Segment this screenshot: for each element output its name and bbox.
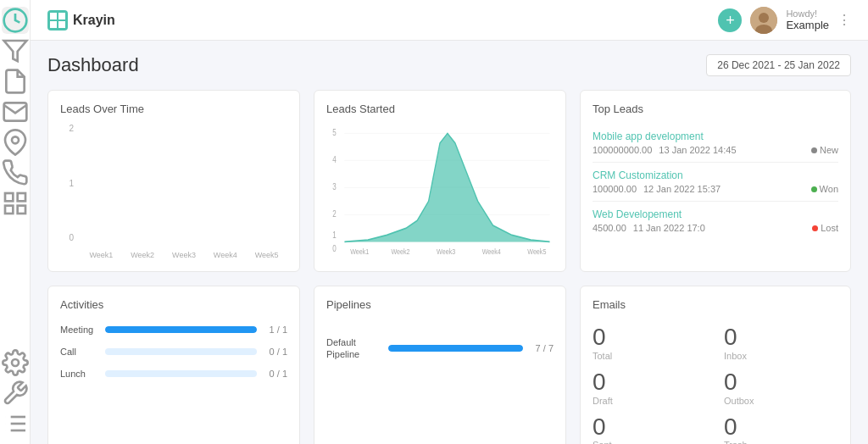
activity-bar-fill-meeting: [105, 326, 257, 333]
top-leads-title: Top Leads: [593, 103, 838, 115]
lead-date-3: 11 Jan 2022 17:0: [633, 223, 705, 233]
emails-title: Emails: [593, 298, 838, 311]
svg-text:Week1: Week1: [350, 247, 369, 256]
logo-icon: [47, 10, 68, 31]
activity-bar-bg-call: [105, 348, 257, 355]
lead-details-3: 4500.00 11 Jan 2022 17:0 Lost: [593, 223, 838, 233]
activity-label-call: Call: [60, 347, 98, 357]
user-greeting: Howdy!: [786, 8, 829, 19]
email-trash-value: 0: [724, 414, 838, 441]
email-inbox-label: Inbox: [724, 351, 838, 361]
status-dot-1: [811, 147, 817, 153]
lead-item-2: CRM Customization 100000.00 12 Jan 2022 …: [593, 163, 838, 202]
activity-bar-bg-lunch: [105, 370, 257, 377]
user-name: Example: [786, 19, 829, 31]
svg-text:4: 4: [332, 155, 336, 164]
leads-started-chart: 5 4 3 2 1 0: [326, 124, 554, 259]
svg-text:5: 5: [332, 128, 336, 137]
main-content: Krayin + Howdy! Example ⋮ Dashboard 26 D…: [31, 0, 868, 444]
lead-item-1: Mobile app development 100000000.00 13 J…: [593, 124, 838, 163]
sidebar-item-tools[interactable]: [2, 380, 29, 407]
pipelines-card: Pipelines Default Pipeline 7 / 7: [314, 286, 566, 444]
activity-item-meeting: Meeting 1 / 1: [60, 325, 287, 335]
app-header: Krayin + Howdy! Example ⋮: [31, 0, 868, 41]
svg-rect-4: [17, 193, 25, 201]
lead-status-label-1: New: [820, 145, 838, 155]
logo: Krayin: [47, 10, 115, 31]
lead-status-1: New: [811, 145, 838, 155]
svg-rect-6: [5, 206, 13, 214]
pipeline-label-default: Default Pipeline: [326, 336, 381, 361]
sidebar-item-grid[interactable]: [2, 190, 29, 217]
sidebar-item-list[interactable]: [2, 410, 29, 437]
page-title: Dashboard: [47, 54, 139, 76]
lead-name-1[interactable]: Mobile app development: [593, 130, 838, 142]
header-left: Krayin: [47, 10, 115, 31]
activity-count-call: 0 / 1: [264, 347, 287, 357]
status-dot-2: [811, 186, 817, 192]
email-outbox-value: 0: [724, 369, 838, 396]
lead-name-2[interactable]: CRM Customization: [593, 169, 838, 181]
sidebar-item-filter[interactable]: [2, 37, 29, 64]
lead-details-1: 100000000.00 13 Jan 2022 14:45 New: [593, 145, 838, 155]
svg-point-2: [12, 136, 19, 143]
email-sent-value: 0: [593, 414, 707, 441]
sidebar-item-phone[interactable]: [2, 159, 29, 186]
lead-name-3[interactable]: Web Developement: [593, 208, 838, 220]
email-stat-sent: 0 Sent: [593, 414, 707, 444]
activities-card: Activities Meeting 1 / 1 Call: [47, 286, 300, 444]
email-stat-trash: 0 Trash: [724, 414, 838, 444]
svg-text:3: 3: [332, 182, 336, 191]
svg-rect-5: [17, 206, 25, 214]
email-trash-label: Trash: [724, 440, 838, 444]
user-menu-dots[interactable]: ⋮: [837, 12, 851, 28]
leads-started-title: Leads Started: [326, 103, 554, 115]
activity-item-lunch: Lunch 0 / 1: [60, 369, 287, 379]
sidebar-item-settings[interactable]: [2, 349, 29, 376]
activity-count-meeting: 1 / 1: [264, 325, 287, 335]
lead-amount-2: 100000.00: [593, 184, 637, 194]
lead-status-label-3: Lost: [821, 223, 838, 233]
emails-grid: 0 Total 0 Inbox 0 Draft 0 Outbox: [593, 319, 838, 444]
leads-over-time-chart: 2 1 0 Week1: [60, 124, 287, 259]
status-dot-3: [812, 225, 818, 231]
sidebar-item-document[interactable]: [2, 68, 29, 95]
email-total-value: 0: [593, 325, 707, 351]
email-draft-value: 0: [593, 369, 707, 396]
sidebar-item-location[interactable]: [2, 129, 29, 156]
email-draft-label: Draft: [593, 396, 707, 406]
bars-container: [81, 124, 287, 242]
svg-text:Week2: Week2: [392, 247, 410, 256]
date-range-picker[interactable]: 26 Dec 2021 - 25 Jan 2022: [706, 54, 851, 76]
activity-bar-bg-meeting: [105, 326, 257, 333]
top-leads-list: Mobile app development 100000000.00 13 J…: [593, 124, 838, 240]
email-stat-total: 0 Total: [593, 325, 707, 361]
activities-title: Activities: [60, 298, 287, 311]
x-labels: Week1 Week2 Week3 Week4 Week5: [81, 251, 287, 259]
svg-rect-3: [5, 193, 13, 201]
lead-status-3: Lost: [812, 223, 838, 233]
pipeline-bar-fill-default: [388, 345, 523, 352]
lead-amount-3: 4500.00: [593, 223, 626, 233]
svg-text:2: 2: [332, 209, 336, 219]
activity-label-lunch: Lunch: [60, 369, 98, 379]
activity-count-lunch: 0 / 1: [264, 369, 287, 379]
svg-text:Week4: Week4: [482, 247, 501, 256]
svg-text:Week3: Week3: [437, 247, 455, 256]
add-button[interactable]: +: [718, 8, 742, 32]
email-sent-label: Sent: [593, 440, 707, 444]
sidebar-item-clock[interactable]: [2, 7, 29, 34]
email-total-label: Total: [593, 351, 707, 361]
avatar: [750, 7, 777, 34]
pipelines-title: Pipelines: [326, 298, 554, 311]
svg-text:1: 1: [332, 230, 336, 240]
activity-item-call: Call 0 / 1: [60, 347, 287, 357]
leads-started-card: Leads Started 5 4 3 2 1 0: [314, 90, 566, 272]
cards-row-2: Activities Meeting 1 / 1 Call: [47, 286, 851, 444]
logo-text: Krayin: [73, 13, 115, 28]
pipeline-count-default: 7 / 7: [530, 343, 554, 353]
page-header: Dashboard 26 Dec 2021 - 25 Jan 2022: [47, 54, 851, 76]
lead-status-2: Won: [811, 184, 838, 194]
sidebar-item-email[interactable]: [2, 98, 29, 125]
email-stat-outbox: 0 Outbox: [724, 369, 838, 406]
